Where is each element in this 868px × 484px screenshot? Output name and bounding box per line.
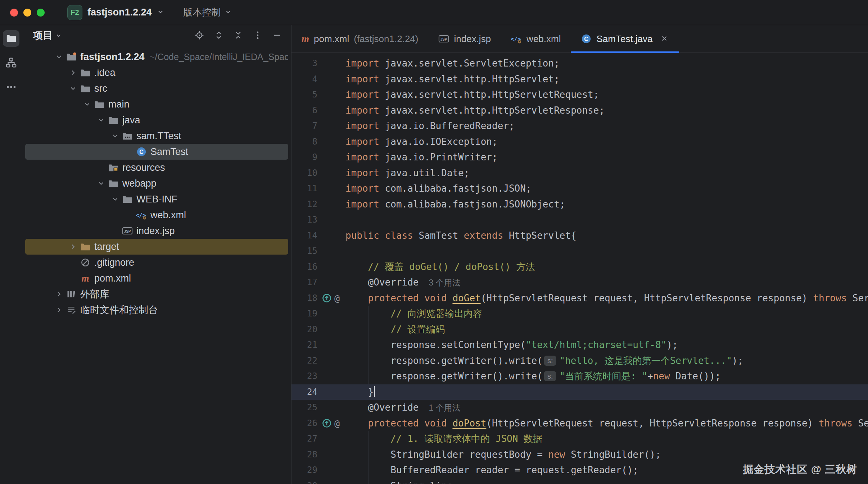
tab-label: index.jsp	[454, 33, 491, 45]
code-segment: doPost	[452, 418, 486, 429]
code-line-12[interactable]: 12import com.alibaba.fastjson.JSONObject…	[291, 197, 868, 213]
folder-icon	[79, 67, 91, 78]
chevron-collapsed-icon[interactable]	[67, 69, 79, 77]
vcs-widget[interactable]: 版本控制	[184, 6, 232, 19]
hide-button[interactable]	[272, 30, 282, 42]
chevron-collapsed-icon[interactable]	[67, 243, 79, 251]
code-line-27[interactable]: 27 // 1. 读取请求体中的 JSON 数据	[291, 431, 868, 447]
structure-button[interactable]	[3, 55, 19, 71]
code-line-24[interactable]: 24 }	[291, 384, 868, 400]
chevron-expanded-icon[interactable]	[67, 85, 79, 92]
code-line-14[interactable]: 14public class SamTest extends HttpServl…	[291, 228, 868, 244]
tree-item-java[interactable]: java	[25, 112, 288, 128]
chevron-expanded-icon[interactable]	[109, 132, 121, 140]
tree-item-WEB-INF[interactable]: WEB-INF	[25, 191, 288, 207]
code-text: import javax.servlet.http.HttpServletRes…	[345, 103, 868, 119]
code-line-23[interactable]: 23 response.getWriter().write(s:"当前系统时间是…	[291, 369, 868, 384]
line-number: 20	[291, 322, 317, 338]
code-line-7[interactable]: 7import java.io.BufferedReader;	[291, 118, 868, 134]
code-segment: new	[548, 449, 565, 460]
chevron-expanded-icon[interactable]	[95, 116, 107, 124]
code-line-3[interactable]: 3import javax.servlet.ServletException;	[291, 56, 868, 72]
code-line-15[interactable]: 15	[291, 243, 868, 259]
expand-all-button[interactable]	[213, 30, 224, 42]
code-line-10[interactable]: 10import java.util.Date;	[291, 165, 868, 181]
tree-item-外部库[interactable]: 外部库	[25, 286, 288, 302]
tree-item-.idea[interactable]: .idea	[25, 65, 288, 81]
code-line-29[interactable]: 29 BufferedReader reader = request.getRe…	[291, 462, 868, 478]
editor-tab-index.jsp[interactable]: JSPindex.jsp	[428, 25, 501, 52]
code-segment: +	[647, 371, 653, 382]
more-horizontal-button[interactable]	[3, 79, 19, 96]
editor-tab-SamTest.java[interactable]: CSamTest.java	[571, 25, 679, 52]
tree-item-sam.TTest[interactable]: sam.TTest	[25, 128, 288, 144]
tree-item-pom.xml[interactable]: mpom.xml	[25, 270, 288, 286]
tree-item-label: fastjson1.2.24	[80, 51, 145, 63]
close-tab-button[interactable]	[660, 34, 669, 44]
close-window-button[interactable]	[10, 9, 18, 17]
zoom-window-button[interactable]	[37, 9, 45, 17]
overriding-method-icon[interactable]	[322, 293, 332, 303]
code-line-20[interactable]: 20 // 设置编码	[291, 322, 868, 338]
project-panel-title[interactable]: 项目	[33, 29, 62, 42]
more-button[interactable]	[252, 30, 263, 42]
tree-item-resources[interactable]: resources	[25, 160, 288, 175]
code-line-8[interactable]: 8import java.io.IOException;	[291, 134, 868, 150]
ignored-icon	[79, 257, 91, 268]
code-text	[345, 212, 868, 228]
tree-item-src[interactable]: src	[25, 81, 288, 96]
tree-item-webapp[interactable]: webapp	[25, 175, 288, 191]
editor-tab-web.xml[interactable]: </>web.xml	[501, 25, 571, 52]
code-line-5[interactable]: 5import javax.servlet.http.HttpServletRe…	[291, 87, 868, 103]
structure-icon	[6, 57, 17, 69]
gutter	[317, 353, 345, 369]
folder-icon	[107, 178, 119, 189]
gutter	[317, 118, 345, 134]
tree-item-label: SamTest	[150, 146, 188, 157]
code-line-25[interactable]: 25 @Override1 个用法	[291, 400, 868, 416]
library-icon	[65, 289, 77, 299]
svg-text:JSP: JSP	[440, 37, 447, 41]
collapse-all-button[interactable]	[233, 30, 244, 42]
code-segment: import	[345, 120, 379, 131]
locate-button[interactable]	[194, 30, 205, 42]
tree-item-SamTest[interactable]: CSamTest	[25, 144, 288, 160]
code-line-19[interactable]: 19 // 向浏览器输出内容	[291, 306, 868, 322]
chevron-expanded-icon[interactable]	[109, 195, 121, 203]
titlebar: F2 fastjson1.2.24 版本控制	[0, 0, 868, 25]
code-line-22[interactable]: 22 response.getWriter().write(s:"hello, …	[291, 353, 868, 369]
code-line-18[interactable]: 18@ protected void doGet(HttpServletRequ…	[291, 291, 868, 306]
tree-item-index.jsp[interactable]: JSPindex.jsp	[25, 223, 288, 239]
chevron-expanded-icon[interactable]	[53, 53, 65, 61]
code-line-13[interactable]: 13	[291, 212, 868, 228]
tree-item-fastjson1.2.24[interactable]: fastjson1.2.24~/Code_Space/IntelliJ_IEDA…	[25, 49, 288, 65]
project-folder-button[interactable]	[3, 30, 19, 47]
editor-tab-pom.xml[interactable]: mpom.xml (fastjson1.2.24)	[291, 25, 428, 52]
tree-item-main[interactable]: main	[25, 96, 288, 112]
code-line-28[interactable]: 28 StringBuilder requestBody = new Strin…	[291, 447, 868, 463]
tree-item-web.xml[interactable]: </>web.xml	[25, 207, 288, 223]
code-line-6[interactable]: 6import javax.servlet.http.HttpServletRe…	[291, 103, 868, 119]
code-line-9[interactable]: 9import java.io.PrintWriter;	[291, 150, 868, 165]
project-widget[interactable]: F2 fastjson1.2.24	[67, 5, 164, 20]
chevron-collapsed-icon[interactable]	[53, 306, 65, 314]
code-line-30[interactable]: 30 String line;	[291, 478, 868, 484]
tree-item-target[interactable]: target	[25, 239, 288, 255]
chevron-collapsed-icon[interactable]	[53, 290, 65, 298]
overriding-method-icon[interactable]	[322, 418, 332, 428]
code-line-4[interactable]: 4import javax.servlet.http.HttpServlet;	[291, 72, 868, 87]
code-line-11[interactable]: 11import com.alibaba.fastjson.JSON;	[291, 181, 868, 197]
chevron-expanded-icon[interactable]	[81, 100, 93, 108]
minimize-window-button[interactable]	[23, 9, 31, 17]
code-line-26[interactable]: 26@ protected void doPost(HttpServletReq…	[291, 416, 868, 432]
tree-item-.gitignore[interactable]: .gitignore	[25, 255, 288, 270]
code-line-21[interactable]: 21 response.setContentType("text/html;ch…	[291, 337, 868, 353]
code-editor[interactable]: 3import javax.servlet.ServletException;4…	[291, 53, 868, 484]
code-line-16[interactable]: 16 // 覆盖 doGet() / doPost() 方法	[291, 259, 868, 275]
gutter	[317, 181, 345, 197]
chevron-expanded-icon[interactable]	[95, 179, 107, 187]
code-line-17[interactable]: 17 @Override3 个用法	[291, 275, 868, 291]
tree-item-label: WEB-INF	[136, 194, 177, 205]
tree-item-临时文件和控制台[interactable]: 临时文件和控制台	[25, 302, 288, 318]
code-segment: import	[345, 183, 379, 194]
